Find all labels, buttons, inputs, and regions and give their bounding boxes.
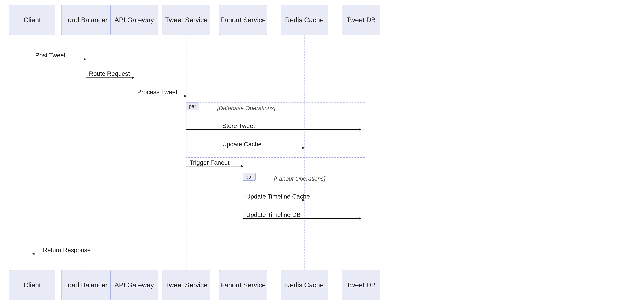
actor-client-bottom: Client bbox=[9, 270, 55, 300]
actor-redis-cache-top: Redis Cache bbox=[280, 5, 328, 35]
label-route-request: Route Request bbox=[89, 70, 130, 77]
lifeline-client bbox=[32, 35, 32, 274]
label-post-tweet: Post Tweet bbox=[35, 52, 66, 59]
actor-load-balancer-bottom: Load Balancer bbox=[61, 270, 110, 300]
arrow-return-response bbox=[32, 254, 134, 254]
actor-redis-cache-bottom: Redis Cache bbox=[280, 270, 328, 300]
actor-fanout-service-top: Fanout Service bbox=[219, 5, 267, 35]
actor-tweet-db-bottom: Tweet DB bbox=[342, 270, 380, 300]
actor-tweet-service-bottom: Tweet Service bbox=[162, 270, 210, 300]
arrow-post-tweet bbox=[32, 59, 86, 59]
label-update-timeline-cache: Update Timeline Cache bbox=[246, 193, 310, 200]
arrow-update-timeline-cache bbox=[243, 200, 304, 200]
label-update-timeline-db: Update Timeline DB bbox=[246, 211, 301, 218]
arrow-trigger-fanout bbox=[186, 166, 243, 166]
actor-client-top: Client bbox=[9, 5, 55, 35]
par-section-label-2: [Fanout Operations] bbox=[274, 175, 325, 182]
actor-tweet-service-top: Tweet Service bbox=[162, 5, 210, 35]
par-label-2: par bbox=[243, 173, 256, 181]
actor-api-gateway-top: API Gateway bbox=[110, 5, 158, 35]
sequence-diagram: Client Load Balancer API Gateway Tweet S… bbox=[0, 0, 644, 305]
actor-api-gateway-bottom: API Gateway bbox=[110, 270, 158, 300]
actor-fanout-service-bottom: Fanout Service bbox=[219, 270, 267, 300]
label-process-tweet: Process Tweet bbox=[137, 89, 178, 96]
label-update-cache: Update Cache bbox=[222, 141, 262, 148]
actor-tweet-db-top: Tweet DB bbox=[342, 5, 380, 35]
lifeline-load-balancer bbox=[86, 35, 86, 274]
arrow-process-tweet bbox=[134, 96, 186, 96]
label-return-response: Return Response bbox=[43, 247, 90, 254]
label-trigger-fanout: Trigger Fanout bbox=[190, 159, 230, 166]
arrow-route-request bbox=[86, 78, 134, 78]
actor-load-balancer-top: Load Balancer bbox=[61, 5, 110, 35]
arrow-update-cache bbox=[186, 148, 304, 148]
label-store-tweet: Store Tweet bbox=[222, 122, 255, 129]
lifeline-api-gateway bbox=[134, 35, 134, 274]
arrow-update-timeline-db bbox=[243, 218, 361, 219]
par-section-label-1: [Database Operations] bbox=[217, 105, 276, 112]
par-database-operations: par [Database Operations] bbox=[186, 103, 365, 158]
par-label-1: par bbox=[186, 103, 199, 110]
arrow-store-tweet bbox=[186, 129, 361, 130]
